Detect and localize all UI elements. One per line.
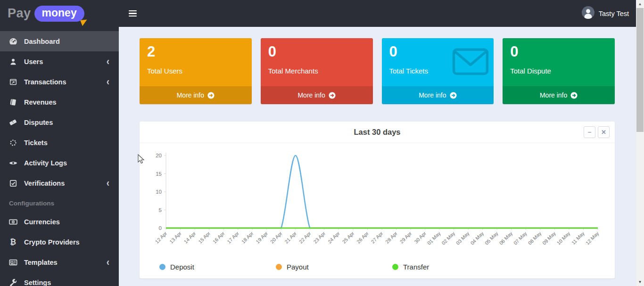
svg-text:06 May: 06 May <box>498 230 513 245</box>
sidebar-item-dashboard[interactable]: Dashboard <box>0 31 119 51</box>
chevron-left-icon: ‹ <box>107 178 109 188</box>
svg-text:14 Apr: 14 Apr <box>183 230 197 245</box>
sidebar-item-users[interactable]: Users ‹ <box>0 51 119 72</box>
svg-text:29 Apr: 29 Apr <box>399 230 413 245</box>
sidebar-item-label: Activity Logs <box>24 159 112 167</box>
main-content: 2 Total Users More info 0 Total Merchant… <box>119 27 636 286</box>
arrow-circle-right-icon <box>207 92 215 99</box>
newspaper-icon <box>8 258 18 267</box>
sidebar-item-transactions[interactable]: Transactions ‹ <box>0 72 119 92</box>
svg-text:01 May: 01 May <box>426 230 442 245</box>
sidebar-item-label: Crypto Providers <box>24 238 112 246</box>
stat-card-label: Total Dispute <box>510 67 607 75</box>
more-info-link[interactable]: More info <box>382 86 494 104</box>
stat-card-body: 0 Total Merchants <box>261 38 373 86</box>
stat-card-body: 0 Total Tickets <box>382 38 494 86</box>
stat-card-total-users: 2 Total Users More info <box>140 38 252 104</box>
svg-text:21 Apr: 21 Apr <box>283 230 297 245</box>
sidebar-item-activity-logs[interactable]: Activity Logs <box>0 153 119 173</box>
stat-card-total-tickets: 0 Total Tickets More info <box>382 38 494 104</box>
stat-card-value: 2 <box>147 43 244 60</box>
more-info-label: More info <box>540 91 567 99</box>
envelope-icon <box>452 47 489 78</box>
more-info-label: More info <box>297 91 325 99</box>
dashboard-icon <box>8 37 18 46</box>
svg-text:09 May: 09 May <box>541 230 557 245</box>
spinner-icon <box>8 139 18 147</box>
legend-dot-icon <box>159 264 165 270</box>
brand-logo[interactable]: Pay money <box>0 0 119 27</box>
more-info-link[interactable]: More info <box>140 86 252 104</box>
minus-icon: − <box>588 129 592 135</box>
legend-dot-icon <box>392 264 398 270</box>
eye-icon <box>8 159 18 167</box>
stat-card-label: Total Merchants <box>268 67 365 75</box>
svg-text:19 Apr: 19 Apr <box>255 230 269 245</box>
stat-card-total-dispute: 0 Total Dispute More info <box>503 38 615 104</box>
svg-text:12 Apr: 12 Apr <box>154 230 168 245</box>
sidebar-item-templates[interactable]: Templates ‹ <box>0 252 119 272</box>
chart-panel-header: Last 30 days − ✕ <box>140 122 615 143</box>
svg-text:18 Apr: 18 Apr <box>240 230 255 245</box>
legend-label: Transfer <box>403 263 429 271</box>
scrollbar-thumb[interactable] <box>636 8 644 132</box>
svg-text:15: 15 <box>156 171 162 177</box>
sidebar-item-label: Disputes <box>24 119 112 126</box>
sidebar-item-label: Revenues <box>24 98 112 106</box>
user-menu[interactable]: Tasty Test <box>582 6 636 21</box>
stat-card-body: 0 Total Dispute <box>503 38 615 86</box>
line-chart-canvas[interactable]: 0510152012 Apr13 Apr14 Apr15 Apr16 Apr17… <box>140 143 615 260</box>
book-icon <box>8 98 18 106</box>
sidebar-item-verifications[interactable]: Verifications ‹ <box>0 173 119 193</box>
sidebar-item-settings[interactable]: Settings <box>0 272 119 286</box>
chart-panel: Last 30 days − ✕ 0510152012 Apr13 Apr14 … <box>140 122 615 278</box>
sidebar-item-label: Transactions <box>24 78 107 86</box>
legend-dot-icon <box>276 264 282 270</box>
chevron-left-icon: ‹ <box>107 57 109 67</box>
sidebar-item-label: Templates <box>24 259 107 266</box>
legend-item-payout[interactable]: Payout <box>276 263 392 271</box>
more-info-link[interactable]: More info <box>503 86 615 104</box>
close-icon: ✕ <box>601 129 606 135</box>
user-icon <box>8 58 18 65</box>
stat-card-total-merchants: 0 Total Merchants More info <box>261 38 373 104</box>
svg-text:16 Apr: 16 Apr <box>212 230 226 245</box>
sidebar-item-disputes[interactable]: Disputes <box>0 112 119 132</box>
brand-pay-text: Pay <box>8 6 31 21</box>
hamburger-icon[interactable] <box>123 4 142 23</box>
arrow-circle-right-icon <box>329 92 336 99</box>
sidebar-nav: Dashboard Users ‹ Transactions ‹ Revenue… <box>0 31 119 286</box>
sidebar-item-crypto-providers[interactable]: ₿ Crypto Providers <box>0 232 119 252</box>
svg-text:11 May: 11 May <box>570 230 586 245</box>
wrench-icon <box>8 279 18 286</box>
sidebar-item-label: Tickets <box>24 139 112 147</box>
sidebar-item-currencies[interactable]: Currencies <box>0 212 119 232</box>
svg-text:03 May: 03 May <box>455 230 471 245</box>
svg-text:15 Apr: 15 Apr <box>197 230 211 245</box>
svg-text:27 Apr: 27 Apr <box>370 230 384 245</box>
scrollbar-down-button[interactable]: ▼ <box>636 278 644 286</box>
svg-text:05 May: 05 May <box>484 230 499 245</box>
sidebar-item-label: Users <box>24 58 107 65</box>
legend-item-transfer[interactable]: Transfer <box>392 263 509 271</box>
check-square-icon <box>8 180 18 187</box>
legend-item-deposit[interactable]: Deposit <box>159 263 276 271</box>
close-button[interactable]: ✕ <box>598 126 610 138</box>
more-info-link[interactable]: More info <box>261 86 373 104</box>
svg-text:08 May: 08 May <box>527 230 542 245</box>
sidebar-item-revenues[interactable]: Revenues <box>0 92 119 112</box>
brand-money-text: money <box>42 7 77 19</box>
sidebar-item-label: Verifications <box>24 180 107 187</box>
svg-text:25 Apr: 25 Apr <box>341 230 355 245</box>
money-icon <box>8 218 18 226</box>
sidebar-item-tickets[interactable]: Tickets <box>0 132 119 153</box>
collapse-button[interactable]: − <box>584 126 595 138</box>
scrollbar-up-button[interactable]: ▲ <box>636 0 644 8</box>
stat-card-body: 2 Total Users <box>140 38 252 86</box>
sidebar-item-label: Dashboard <box>24 38 112 45</box>
svg-text:20: 20 <box>156 153 162 158</box>
svg-text:5: 5 <box>159 207 162 213</box>
top-navbar: Pay money Tasty Test <box>0 0 636 27</box>
chart-panel-title: Last 30 days <box>354 128 400 137</box>
stat-card-value: 0 <box>268 43 365 60</box>
